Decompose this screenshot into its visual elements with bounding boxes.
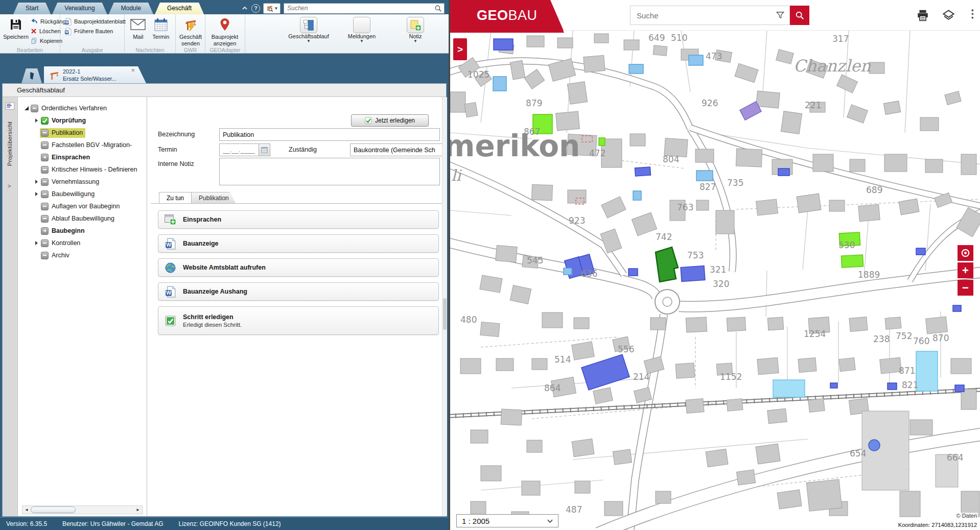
- interne-notiz-label: Interne Notiz: [158, 160, 194, 167]
- tree-item-vernehmlassung[interactable]: Vernehmlassung: [18, 176, 147, 188]
- map-building-highlight[interactable]: [916, 248, 925, 255]
- help-icon[interactable]: ?: [251, 4, 260, 13]
- collapse-ribbon-icon[interactable]: [241, 5, 248, 12]
- map-building-highlight[interactable]: [689, 55, 703, 65]
- notiz-button[interactable]: Notiz ▼: [398, 15, 433, 47]
- scrollbar-thumb[interactable]: [443, 298, 447, 330]
- more-menu-button[interactable]: ⋮: [967, 8, 978, 20]
- map-building-highlight[interactable]: [633, 191, 641, 200]
- search-icon[interactable]: [434, 5, 442, 12]
- tree-item-vorprüfung[interactable]: Vorprüfung: [18, 114, 147, 127]
- save-button[interactable]: Speichern: [3, 15, 29, 47]
- close-tab-icon[interactable]: ×: [131, 68, 135, 73]
- map-building-highlight[interactable]: [494, 39, 513, 50]
- scrollbar-thumb[interactable]: [31, 507, 76, 513]
- home-document-tab[interactable]: [21, 68, 42, 83]
- task-einsprachen[interactable]: Einsprachen: [158, 210, 439, 229]
- bauprojekt-anzeigen-button[interactable]: Bauprojekt anzeigen: [208, 15, 242, 47]
- tree-item-fachstellen-bgv-migration-[interactable]: Fachstellen BGV -Migration-: [18, 139, 147, 151]
- date-picker-button[interactable]: [259, 143, 270, 156]
- zustaendig-input[interactable]: [350, 143, 446, 156]
- active-document-tab[interactable]: 2022-1 Ersatz Sole/Wasser... ×: [44, 66, 146, 83]
- expander-icon[interactable]: [33, 180, 40, 184]
- map-building-highlight[interactable]: [773, 380, 805, 397]
- map-building-highlight[interactable]: [888, 383, 897, 390]
- meldungen-button[interactable]: Meldungen ▼: [341, 15, 382, 47]
- task-bauanzeige-aushang[interactable]: WBauanzeige Aushang: [158, 282, 439, 301]
- tab-publikation[interactable]: Publikation: [192, 192, 236, 204]
- tree-item-publikation[interactable]: Publikation: [18, 127, 147, 139]
- expander-icon[interactable]: [33, 192, 40, 196]
- bezeichnung-input[interactable]: [219, 128, 440, 141]
- zoom-in-button[interactable]: +: [958, 262, 973, 278]
- quick-search-input[interactable]: [284, 5, 434, 12]
- ribbon-tab-start[interactable]: Start: [13, 3, 51, 14]
- map-building-highlight[interactable]: [955, 385, 964, 392]
- tree-item-archiv[interactable]: Archiv: [18, 249, 147, 261]
- map-building-highlight[interactable]: [599, 138, 605, 146]
- map-building-highlight[interactable]: [635, 167, 650, 176]
- tree-item-auflagen-vor-baubeginn[interactable]: Auflagen vor Baubeginn: [18, 200, 147, 212]
- ribbon-tab-geschäft[interactable]: Geschäft: [155, 3, 204, 14]
- tab-zu-tun[interactable]: Zu tun: [159, 192, 192, 204]
- locate-button[interactable]: [958, 245, 973, 261]
- map-expand-chevron-button[interactable]: >: [453, 38, 467, 60]
- expander-icon[interactable]: [33, 118, 40, 123]
- tree-item-baubeginn[interactable]: Baubeginn: [18, 225, 147, 237]
- task-website-amtsblatt-aufrufen[interactable]: Website Amtsblatt aufrufen: [158, 258, 439, 277]
- termin-input[interactable]: [219, 143, 259, 156]
- ribbon-tab-verwaltung[interactable]: Verwaltung: [52, 3, 107, 14]
- ribbon-tab-module[interactable]: Module: [109, 3, 153, 14]
- zoom-out-button[interactable]: −: [958, 280, 973, 296]
- fruehere-bauten-button[interactable]: W Frühere Bauten: [63, 27, 127, 36]
- tree-item-kontrollen[interactable]: Kontrollen: [18, 237, 147, 249]
- quick-search-scope-button[interactable]: ▼: [263, 3, 281, 14]
- interne-notiz-textarea[interactable]: [219, 158, 440, 185]
- geschaeft-senden-button[interactable]: Geschäft senden: [178, 15, 203, 47]
- step-step-icon: [41, 129, 49, 137]
- map-building-highlight[interactable]: [681, 266, 705, 281]
- termin-button[interactable]: Termin: [149, 15, 173, 47]
- map-building-highlight[interactable]: [841, 255, 863, 268]
- expander-icon[interactable]: [23, 106, 30, 110]
- map-search-button[interactable]: [790, 6, 809, 25]
- map-canvas[interactable]: 6495103174731025879926221867472804735827…: [450, 31, 980, 530]
- map-building-highlight[interactable]: [953, 305, 961, 311]
- map-building-highlight[interactable]: [564, 268, 572, 275]
- map-building-highlight[interactable]: [778, 168, 789, 176]
- tree-item-kritischer-hinweis-definieren[interactable]: Kritischer Hinweis - Definieren: [18, 163, 147, 176]
- parcel-number: 923: [569, 215, 585, 226]
- jetzt-erledigen-button[interactable]: Jetzt erledigen: [351, 114, 429, 127]
- map-building-highlight[interactable]: [696, 171, 713, 181]
- map-building-highlight[interactable]: [916, 351, 938, 391]
- map-building-highlight[interactable]: [629, 64, 643, 74]
- map-building-highlight[interactable]: [493, 77, 506, 91]
- tree-item-ordentliches-verfahren[interactable]: Ordentliches Verfahren: [18, 102, 147, 114]
- tree-horizontal-scrollbar[interactable]: ◄ ►: [22, 505, 143, 514]
- map-area[interactable]: 6495103174731025879926221867472804735827…: [450, 31, 980, 530]
- tree-item-ablauf-baubewilligung[interactable]: Ablauf Baubewilligung: [18, 212, 147, 225]
- scroll-right-icon[interactable]: ►: [134, 508, 142, 512]
- print-button[interactable]: [916, 9, 929, 24]
- map-search-input[interactable]: [631, 11, 776, 20]
- detail-vertical-scrollbar[interactable]: [442, 97, 447, 516]
- map-building-highlight[interactable]: [830, 383, 837, 388]
- filter-icon[interactable]: [776, 11, 785, 20]
- layers-button[interactable]: [942, 9, 955, 25]
- dropdown-icon: ▼: [360, 40, 364, 43]
- mail-button[interactable]: Mail: [127, 15, 149, 47]
- scale-select[interactable]: 1 : 2005: [456, 514, 558, 527]
- map-building-highlight[interactable]: [581, 354, 629, 390]
- geschaeftsablauf-button[interactable]: Geschäftsablauf ▼: [283, 15, 334, 47]
- task-bauanzeige[interactable]: WBauanzeige: [158, 234, 439, 253]
- bauprojektdatenblatt-button[interactable]: W Bauprojektdatenblatt: [63, 17, 127, 26]
- tree-item-einsprachen[interactable]: Einsprachen: [18, 151, 147, 163]
- project-overview-strip[interactable]: Projektübersicht >: [3, 97, 18, 516]
- scroll-left-icon[interactable]: ◄: [23, 508, 30, 512]
- tree-item-baubewilligung[interactable]: Baubewilligung: [18, 188, 147, 200]
- expand-panel-icon[interactable]: >: [8, 183, 11, 189]
- map-building-highlight[interactable]: [628, 269, 638, 276]
- task-schritt-erledigen[interactable]: Schritt erledigenErledigt diesen Schritt…: [158, 306, 439, 335]
- selected-building[interactable]: [656, 247, 678, 282]
- expander-icon[interactable]: [33, 241, 40, 245]
